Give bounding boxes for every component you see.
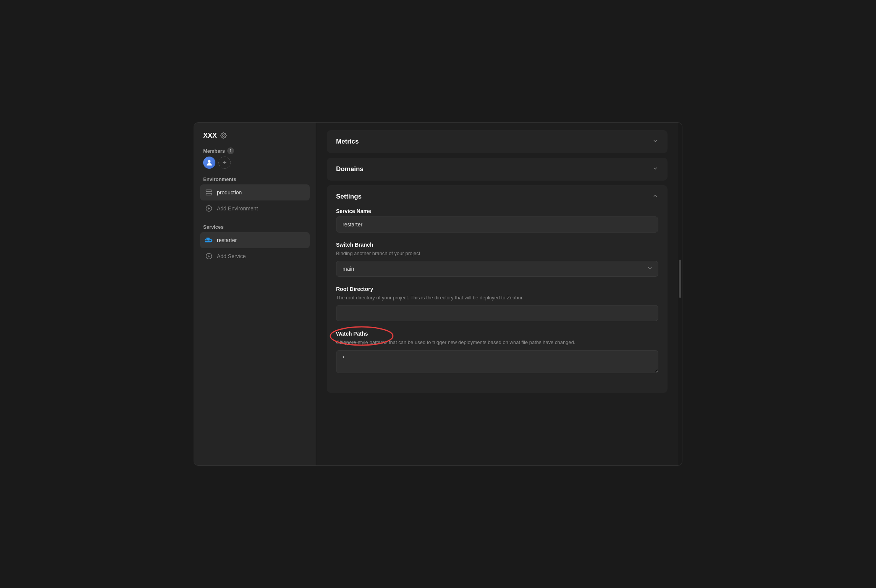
svg-rect-2	[206, 190, 212, 192]
domains-title: Domains	[336, 165, 364, 173]
svg-rect-9	[205, 239, 206, 240]
service-name: restarter	[217, 237, 237, 243]
avatar	[203, 157, 215, 169]
environments-section: Environments production	[200, 176, 310, 216]
root-directory-description: The root directory of your project. This…	[336, 294, 658, 301]
add-environment-icon	[205, 204, 213, 213]
app-container: XXX Members 1 +	[194, 122, 682, 466]
root-directory-label: Root Directory	[336, 286, 658, 292]
svg-rect-10	[206, 239, 208, 240]
settings-body: Service Name Switch Branch Binding anoth…	[327, 208, 668, 393]
metrics-title: Metrics	[336, 138, 359, 145]
scrollbar-thumb[interactable]	[679, 260, 681, 298]
add-service-item[interactable]: Add Service	[200, 248, 310, 264]
members-row: +	[200, 157, 310, 169]
svg-rect-11	[208, 239, 210, 240]
add-service-icon	[205, 252, 213, 260]
add-environment-item[interactable]: Add Environment	[200, 200, 310, 216]
settings-chevron-icon	[652, 193, 658, 200]
service-name-group: Service Name	[336, 208, 658, 233]
members-section: Members 1 +	[200, 147, 310, 169]
settings-header[interactable]: Settings	[327, 185, 668, 208]
gear-icon[interactable]	[220, 132, 228, 140]
add-member-button[interactable]: +	[218, 157, 231, 169]
svg-point-0	[223, 134, 225, 136]
members-count-badge: 1	[227, 147, 234, 154]
domains-section: Domains	[327, 158, 668, 181]
service-name-label: Service Name	[336, 208, 658, 214]
environment-name: production	[217, 189, 242, 195]
server-icon	[205, 188, 213, 197]
services-label: Services	[200, 224, 310, 230]
sidebar-item-production[interactable]: production	[200, 184, 310, 200]
watch-paths-group: Watch Paths Gitignore-style patterns tha…	[336, 330, 658, 374]
branch-select-wrapper: main	[336, 261, 658, 277]
workspace-title: XXX	[203, 132, 217, 140]
switch-branch-group: Switch Branch Binding another branch of …	[336, 242, 658, 277]
watch-paths-label-wrapper: Watch Paths	[336, 331, 368, 339]
branch-select[interactable]: main	[336, 261, 658, 277]
add-service-label: Add Service	[217, 253, 246, 259]
switch-branch-label: Switch Branch	[336, 242, 658, 248]
services-section: Services restarter	[200, 224, 310, 264]
switch-branch-description: Binding another branch of your project	[336, 250, 658, 257]
svg-rect-12	[206, 237, 208, 239]
metrics-header[interactable]: Metrics	[327, 130, 668, 153]
settings-section: Settings Service Name Switch Branch Bind…	[327, 185, 668, 393]
settings-title: Settings	[336, 193, 362, 200]
watch-paths-input[interactable]: *	[336, 350, 658, 373]
add-environment-label: Add Environment	[217, 205, 258, 212]
root-directory-input[interactable]	[336, 305, 658, 321]
domains-chevron-icon	[652, 165, 658, 173]
workspace-header: XXX	[200, 132, 310, 140]
scrollbar-track	[678, 123, 682, 465]
docker-icon	[205, 236, 213, 244]
members-label: Members 1	[200, 147, 310, 154]
svg-point-1	[208, 160, 211, 163]
environments-label: Environments	[200, 176, 310, 182]
sidebar-item-restarter[interactable]: restarter	[200, 232, 310, 248]
service-name-input[interactable]	[336, 216, 658, 233]
root-directory-group: Root Directory The root directory of you…	[336, 286, 658, 321]
domains-header[interactable]: Domains	[327, 158, 668, 181]
main-content[interactable]: Metrics Domains Se	[316, 123, 678, 465]
sidebar: XXX Members 1 +	[194, 123, 316, 465]
metrics-section: Metrics	[327, 130, 668, 153]
metrics-chevron-icon	[652, 138, 658, 145]
svg-rect-3	[206, 193, 212, 195]
watch-paths-description: Gitignore-style patterns that can be use…	[336, 339, 658, 346]
watch-paths-label: Watch Paths	[336, 331, 368, 337]
